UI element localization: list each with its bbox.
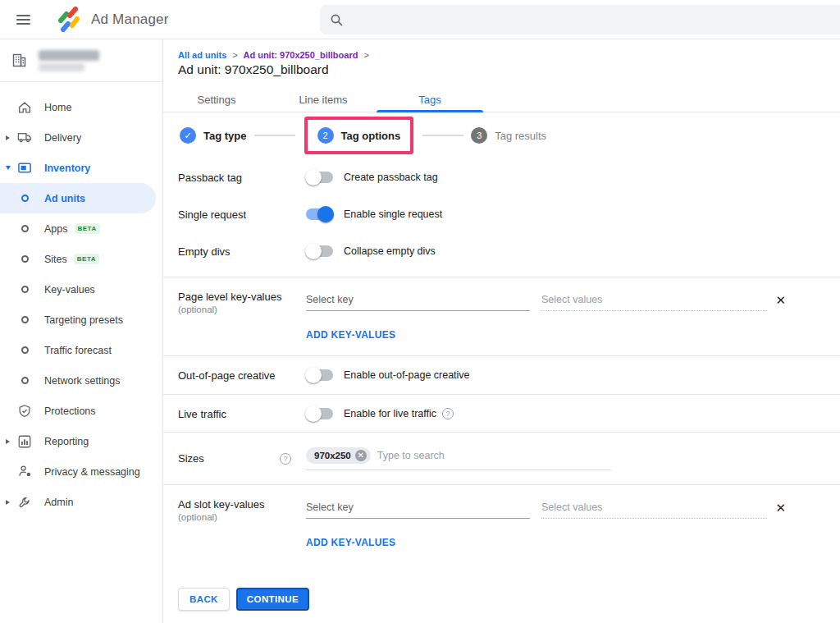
beta-badge: BETA: [75, 223, 100, 234]
sidebar-item-label: Delivery: [44, 132, 81, 144]
bullet-circle-icon: [21, 377, 29, 384]
remove-key-value-button[interactable]: ✕: [775, 502, 786, 514]
sidebar-item-reporting[interactable]: Reporting: [0, 426, 162, 456]
help-icon[interactable]: ?: [442, 408, 454, 419]
row-label: Ad slot key-values: [178, 498, 306, 511]
add-key-values-button[interactable]: ADD KEY-VALUES: [306, 537, 395, 548]
tab-settings[interactable]: Settings: [163, 88, 270, 112]
sidebar-item-sites[interactable]: Sites BETA: [0, 244, 162, 274]
toggle-caption: Collapse empty divs: [344, 245, 436, 257]
main-content: All ad units > Ad unit: 970x250_billboar…: [163, 39, 840, 623]
tab-tags[interactable]: Tags: [377, 88, 483, 112]
sidebar-item-delivery[interactable]: Delivery: [0, 122, 162, 153]
sidebar-item-privacy-messaging[interactable]: Privacy & messaging: [0, 456, 162, 487]
back-button[interactable]: BACK: [178, 588, 230, 611]
tab-line-items[interactable]: Line items: [270, 88, 377, 112]
sidebar-item-home[interactable]: Home: [0, 92, 162, 122]
sidebar-item-label: Targeting presets: [44, 314, 123, 326]
sidebar-nav: Home Delivery Inventory: [0, 82, 162, 517]
optional-label: (optional): [178, 305, 306, 314]
row-label: Live traffic: [178, 408, 226, 420]
sidebar-item-label: Reporting: [44, 436, 89, 447]
breadcrumb-separator: >: [232, 50, 237, 60]
sidebar-item-inventory[interactable]: Inventory: [0, 153, 162, 183]
select-values-input[interactable]: [541, 498, 767, 518]
chip-remove-icon[interactable]: ✕: [355, 450, 367, 461]
row-label: Sizes: [178, 452, 204, 465]
page-title: Ad unit: 970x250_billboard: [163, 60, 840, 77]
search-bar[interactable]: [320, 5, 840, 34]
sidebar-item-label: Apps: [44, 223, 68, 235]
sizes-search-input[interactable]: [377, 450, 611, 461]
live-traffic-toggle[interactable]: [306, 408, 333, 419]
sidebar-item-label: Ad units: [44, 193, 85, 204]
sidebar-item-network-settings[interactable]: Network settings: [0, 365, 162, 396]
person-message-icon: [16, 464, 33, 480]
help-icon[interactable]: ?: [280, 453, 291, 465]
chevron-down-icon[interactable]: [6, 166, 11, 170]
step-tag-results[interactable]: 3 Tag results: [471, 127, 546, 144]
step-tag-options[interactable]: 2 Tag options: [317, 127, 401, 144]
step-label: Tag options: [341, 130, 401, 142]
toggle-caption: Create passback tag: [344, 172, 438, 183]
brand-name: Ad Manager: [91, 11, 169, 28]
toggle-caption: Enable single request: [344, 208, 442, 220]
empty-divs-toggle[interactable]: [306, 245, 333, 257]
menu-icon[interactable]: [7, 3, 39, 36]
row-label: Single request: [178, 208, 246, 221]
sidebar-item-admin[interactable]: Admin: [0, 487, 162, 517]
add-key-values-button[interactable]: ADD KEY-VALUES: [306, 329, 395, 341]
left-sidebar: Home Delivery Inventory: [0, 39, 163, 623]
bullet-circle-icon: [21, 225, 29, 232]
single-request-toggle[interactable]: [306, 208, 333, 220]
select-key-input[interactable]: [306, 498, 530, 518]
beta-badge: BETA: [74, 254, 99, 264]
step-connector: [254, 135, 295, 136]
sidebar-item-label: Key-values: [44, 284, 95, 295]
breadcrumb-separator: >: [363, 50, 368, 60]
search-icon: [330, 13, 344, 27]
select-values-input[interactable]: [541, 291, 767, 310]
step-number: 2: [317, 127, 334, 144]
breadcrumb-link-ad-unit[interactable]: Ad unit: 970x250_billboard: [243, 50, 358, 60]
optional-label: (optional): [178, 512, 306, 522]
footer-actions: BACK CONTINUE: [178, 588, 840, 611]
remove-key-value-button[interactable]: ✕: [775, 294, 786, 306]
breadcrumb-link-all-ad-units[interactable]: All ad units: [178, 50, 226, 60]
sizes-input-field[interactable]: 970x250 ✕: [306, 447, 611, 470]
step-tag-type[interactable]: ✓ Tag type: [180, 127, 247, 144]
search-input[interactable]: [352, 14, 840, 26]
bullet-circle-icon: [21, 255, 29, 263]
tab-bar: Settings Line items Tags: [163, 88, 840, 112]
sidebar-item-ad-units[interactable]: Ad units: [0, 183, 156, 213]
out-of-page-toggle[interactable]: [306, 369, 333, 381]
row-label: Page level key-values: [178, 291, 306, 303]
annotation-highlight: 2 Tag options: [304, 117, 414, 154]
chevron-right-icon[interactable]: [6, 135, 10, 140]
sidebar-item-apps[interactable]: Apps BETA: [0, 213, 162, 244]
chevron-right-icon[interactable]: [6, 439, 10, 444]
top-app-bar: Ad Manager: [0, 0, 840, 39]
continue-button[interactable]: CONTINUE: [236, 588, 309, 611]
sidebar-item-label: Privacy & messaging: [44, 466, 140, 478]
chevron-right-icon[interactable]: [6, 500, 10, 505]
toggle-caption: Enable for live traffic: [344, 408, 436, 419]
sidebar-item-key-values[interactable]: Key-values: [0, 274, 162, 305]
account-switcher[interactable]: [0, 39, 162, 82]
ad-slot-key-values-section: Ad slot key-values (optional) ✕ ADD KEY-…: [163, 484, 840, 563]
sidebar-item-targeting-presets[interactable]: Targeting presets: [0, 305, 162, 335]
sidebar-item-traffic-forecast[interactable]: Traffic forecast: [0, 335, 162, 365]
ad-manager-logo-icon: [54, 7, 82, 33]
passback-tag-toggle[interactable]: [306, 172, 333, 183]
row-label: Out-of-page creative: [178, 369, 276, 382]
wrench-icon: [16, 494, 33, 511]
out-of-page-row: Out-of-page creative Enable out-of-page …: [163, 355, 840, 394]
sidebar-item-label: Protections: [44, 405, 96, 417]
sidebar-item-protections[interactable]: Protections: [0, 396, 162, 426]
building-icon: [11, 53, 27, 68]
bullet-circle-icon: [21, 316, 29, 323]
home-icon: [16, 99, 33, 116]
select-key-input[interactable]: [306, 291, 530, 310]
tag-generation-stepper: ✓ Tag type 2 Tag options 3 Tag results: [163, 112, 840, 158]
truck-icon: [16, 130, 33, 146]
